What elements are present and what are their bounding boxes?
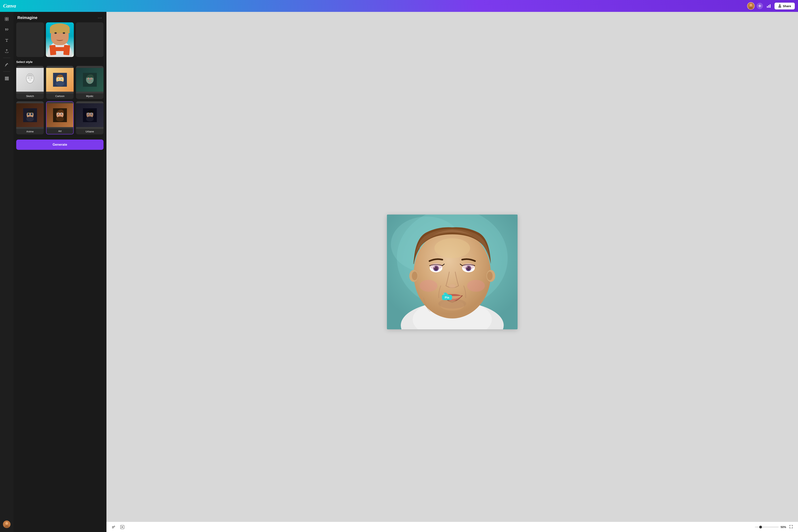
style-sketch-label: Sketch	[16, 93, 44, 99]
svg-point-53	[56, 117, 64, 121]
svg-point-59	[91, 113, 92, 114]
style-mystic-label: Mystic	[76, 93, 103, 99]
app-body: Reimagine ···	[0, 12, 200, 133]
style-section: Select style	[14, 60, 106, 133]
svg-point-51	[58, 113, 59, 114]
preview-slot-empty-left	[16, 22, 44, 57]
svg-point-44	[28, 113, 29, 115]
canvas-area: Pia	[107, 12, 200, 133]
svg-rect-20	[8, 79, 9, 80]
svg-point-52	[61, 113, 62, 114]
svg-rect-15	[5, 78, 6, 79]
style-section-label: Select style	[16, 60, 103, 63]
svg-rect-18	[5, 79, 6, 80]
header: Canva	[0, 0, 200, 12]
image-preview-area	[14, 22, 106, 60]
svg-rect-14	[8, 77, 9, 78]
sidebar-item-elements[interactable]	[2, 25, 12, 35]
svg-rect-9	[5, 19, 6, 21]
svg-point-46	[26, 117, 34, 121]
style-anime-label: Anime	[16, 129, 44, 133]
svg-point-39	[91, 78, 92, 79]
style-card-anime[interactable]: Anime	[16, 101, 44, 133]
style-card-cartoon[interactable]: Cartoon	[46, 66, 74, 99]
svg-rect-7	[5, 17, 6, 19]
sidebar-item-text[interactable]	[2, 36, 12, 45]
panel-header: Reimagine ···	[14, 12, 106, 22]
style-urbane-label: Urbane	[76, 129, 103, 133]
panel-more-button[interactable]: ···	[98, 16, 102, 20]
canva-logo: Canva	[3, 3, 16, 9]
reimagine-panel: Reimagine ···	[14, 12, 107, 133]
svg-point-31	[58, 78, 59, 79]
sidebar-item-upload[interactable]	[2, 46, 12, 56]
style-card-sketch[interactable]: Sketch	[16, 66, 44, 99]
svg-point-60	[86, 117, 94, 121]
svg-rect-19	[6, 79, 7, 80]
style-card-mystic[interactable]: Mystic	[76, 66, 103, 99]
style-cartoon-label: Cartoon	[46, 93, 74, 99]
svg-rect-13	[6, 77, 7, 78]
sidebar-divider	[3, 58, 10, 58]
style-card-urbane[interactable]: Urbane	[76, 101, 103, 133]
style-card-art[interactable]: Art	[46, 101, 74, 133]
canvas-background: Pia	[107, 12, 200, 133]
preview-slot-main[interactable]	[46, 22, 74, 57]
style-grid: Sketch	[16, 66, 103, 133]
style-art-label: Art	[46, 129, 73, 133]
sidebar-item-apps[interactable]	[2, 74, 12, 83]
svg-point-58	[88, 113, 89, 114]
svg-point-38	[88, 78, 89, 79]
svg-point-26	[31, 77, 32, 79]
svg-point-33	[56, 81, 64, 86]
icon-sidebar	[0, 12, 14, 133]
svg-point-45	[31, 113, 32, 115]
preview-slot-empty-right	[76, 22, 103, 57]
sidebar-item-draw[interactable]	[2, 60, 12, 70]
panel-title: Reimagine	[17, 16, 37, 20]
svg-rect-17	[8, 78, 9, 79]
svg-rect-12	[5, 77, 6, 78]
svg-rect-8	[7, 17, 8, 19]
svg-rect-10	[7, 19, 8, 21]
svg-rect-16	[6, 78, 7, 79]
svg-point-32	[61, 78, 62, 79]
sidebar-item-templates[interactable]	[2, 14, 12, 24]
svg-point-25	[28, 77, 30, 79]
